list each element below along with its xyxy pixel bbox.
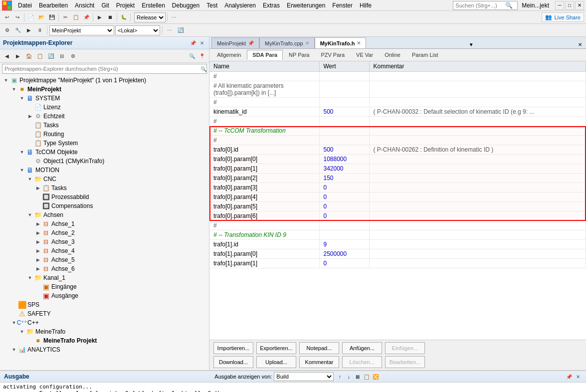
tb2-btn3[interactable]: ▶: [24, 25, 34, 36]
tab-mykintrafo-h[interactable]: MyKinTrafo.h ✕: [315, 37, 367, 48]
project-select[interactable]: MeinProjekt: [49, 25, 114, 35]
btn-exportieren[interactable]: Exportieren...: [256, 342, 296, 354]
tb2-more[interactable]: ⋯: [165, 25, 175, 36]
btn-kommentar[interactable]: Kommentar: [299, 356, 339, 368]
search-input[interactable]: [455, 2, 505, 8]
tb-paste[interactable]: 📌: [81, 12, 91, 23]
tree-achse4[interactable]: ▶ ⊟ Achse_4: [0, 246, 209, 255]
tb-build[interactable]: ▶: [95, 12, 105, 23]
tree-prozessabbild[interactable]: 🔲 Prozessabbild: [0, 193, 209, 201]
btn-anfuegen[interactable]: Anfügen...: [342, 342, 382, 354]
output-icon3[interactable]: ⊠: [354, 373, 362, 381]
sidebar-search-input[interactable]: [2, 66, 200, 72]
sidebar-pin-icon[interactable]: 📌: [189, 39, 197, 47]
tree-achse5[interactable]: ▶ ⊟ Achse_5: [0, 255, 209, 264]
tb-save[interactable]: 💾: [47, 12, 57, 23]
subtab-np-para[interactable]: NP Para: [283, 50, 315, 60]
sidebar-tb1[interactable]: 📋: [35, 50, 45, 61]
tree-achse6[interactable]: ▶ ⊟ Achse_6: [0, 264, 209, 273]
tree-achse3[interactable]: ▶ ⊟ Achse_3: [0, 237, 209, 246]
tree-routing[interactable]: 📋 Routing: [0, 130, 209, 139]
tb-new[interactable]: 📄: [26, 12, 36, 23]
tree-echtzeit[interactable]: ▶ ⚙ Echtzeit: [0, 112, 209, 121]
tb-debug[interactable]: 🐛: [119, 12, 129, 23]
menu-erweiterungen[interactable]: Erweiterungen: [284, 1, 328, 10]
tab-h-close[interactable]: ✕: [357, 40, 361, 46]
tree-meinetrafo-projekt[interactable]: ■ MeineTrafo Projekt: [0, 336, 209, 345]
tree-lizenz[interactable]: 📄 Lizenz: [0, 103, 209, 112]
tab-mykintrafo-cpp[interactable]: MyKinTrafo.cpp ✕: [259, 37, 315, 48]
menu-projekt[interactable]: Projekt: [113, 1, 138, 10]
menu-test[interactable]: Test: [203, 1, 220, 10]
sidebar-close-icon[interactable]: ✕: [198, 39, 206, 47]
menu-ansicht[interactable]: Ansicht: [72, 1, 97, 10]
tree-typesystem[interactable]: 📋 Type System: [0, 139, 209, 148]
tb-more[interactable]: ⋯: [169, 12, 179, 23]
tree-ausgaenge[interactable]: ▣ Ausgänge: [0, 291, 209, 300]
btn-loeschen[interactable]: Löschen...: [342, 356, 382, 368]
platform-select[interactable]: <Lokal>: [115, 25, 160, 35]
tree-sps[interactable]: 🟧 SPS: [0, 300, 209, 309]
tab-meinprojekt-pin[interactable]: 📌: [248, 40, 254, 46]
sidebar-refresh-icon[interactable]: 🔄: [46, 50, 56, 61]
tree-kanal1[interactable]: ▼ 📁 Kanal_1: [0, 273, 209, 282]
tree-tasks-sys[interactable]: 📋 Tasks: [0, 121, 209, 130]
tb-copy[interactable]: 📋: [71, 12, 81, 23]
sidebar-collapse-icon[interactable]: ⊟: [57, 50, 67, 61]
sidebar-pin2-icon[interactable]: 📍: [197, 50, 207, 61]
tb-redo[interactable]: ↪: [12, 12, 22, 23]
btn-download[interactable]: Download...: [213, 356, 253, 368]
tree-meinprojekt[interactable]: ▼ ■ MeinProjekt: [0, 85, 209, 94]
sidebar-settings-icon[interactable]: ⚙: [68, 50, 78, 61]
minimize-button[interactable]: ─: [555, 1, 564, 10]
tb-stop[interactable]: ⏹: [105, 12, 115, 23]
menu-fenster[interactable]: Fenster: [329, 1, 356, 10]
tb2-btn4[interactable]: ⏸: [35, 25, 45, 36]
sidebar-filter-icon[interactable]: 🔍: [187, 50, 197, 61]
output-close-icon[interactable]: ✕: [574, 373, 582, 381]
tb2-refresh[interactable]: 🔄: [176, 25, 186, 36]
subtab-allgemein[interactable]: Allgemein: [211, 50, 246, 60]
output-icon4[interactable]: 📋: [363, 373, 371, 381]
sidebar-forward-icon[interactable]: ▶: [13, 50, 23, 61]
menu-erstellen[interactable]: Erstellen: [139, 1, 168, 10]
menu-git[interactable]: Git: [98, 1, 112, 10]
btn-einfuegen[interactable]: Einfügen...: [385, 342, 425, 354]
tab-meinprojekt[interactable]: MeinProjekt 📌: [211, 37, 259, 48]
btn-upload[interactable]: Upload...: [256, 356, 296, 368]
tb2-btn1[interactable]: ⚙: [2, 25, 12, 36]
global-search[interactable]: 🔍: [453, 1, 518, 10]
tb-open[interactable]: 📂: [36, 12, 46, 23]
subtab-sda-para[interactable]: SDA Para: [247, 50, 283, 60]
tree-meinetrafo[interactable]: ▼ 📁 MeineTrafo: [0, 327, 209, 336]
maximize-button[interactable]: □: [565, 1, 574, 10]
tree-safety[interactable]: ⚠ SAFETY: [0, 309, 209, 318]
output-pin-icon[interactable]: 📌: [565, 373, 573, 381]
sidebar-search[interactable]: 🔍: [2, 64, 207, 74]
tree-tccom[interactable]: ▼ 🖥 TcCOM Objekte: [0, 148, 209, 157]
tree-object1[interactable]: ⚙ Object1 (CMyKinTrafo): [0, 157, 209, 166]
release-select[interactable]: Release: [134, 12, 166, 22]
output-source-select[interactable]: Build: [274, 372, 334, 381]
subtab-param-list[interactable]: Param List: [406, 50, 444, 60]
tree-cpp[interactable]: ▼ C⁺⁺ C++: [0, 318, 209, 327]
btn-bearbeiten[interactable]: Bearbeiten...: [385, 356, 425, 368]
btn-notepad[interactable]: Notepad...: [299, 342, 339, 354]
tab-cpp-close[interactable]: ✕: [305, 40, 309, 46]
sidebar-back-icon[interactable]: ◀: [2, 50, 12, 61]
subtab-ve-var[interactable]: VE Var: [351, 50, 379, 60]
tree-eingaenge[interactable]: ▣ Eingänge: [0, 282, 209, 291]
tree-motion[interactable]: ▼ 🖥 MOTION: [0, 166, 209, 175]
tree-analytics[interactable]: ▼ 📊 ANALYTICS: [0, 345, 209, 354]
menu-hilfe[interactable]: Hilfe: [357, 1, 375, 10]
subtab-pzv-para[interactable]: PZV Para: [315, 50, 350, 60]
tb-cut[interactable]: ✂: [60, 12, 70, 23]
menu-datei[interactable]: Datei: [15, 1, 35, 10]
tree-achsen[interactable]: ▼ 📁 Achsen: [0, 210, 209, 219]
tree-solution[interactable]: ▼ ▣ Projektmappe "MeinProjekt" (1 von 1 …: [0, 76, 209, 85]
close-button[interactable]: ✕: [575, 1, 584, 10]
tab-close-all[interactable]: ✕: [576, 41, 584, 48]
output-icon2[interactable]: ↓: [345, 373, 353, 381]
output-icon5[interactable]: 🔀: [372, 373, 380, 381]
liveshare-button[interactable]: 👥 Live Share: [542, 12, 584, 22]
